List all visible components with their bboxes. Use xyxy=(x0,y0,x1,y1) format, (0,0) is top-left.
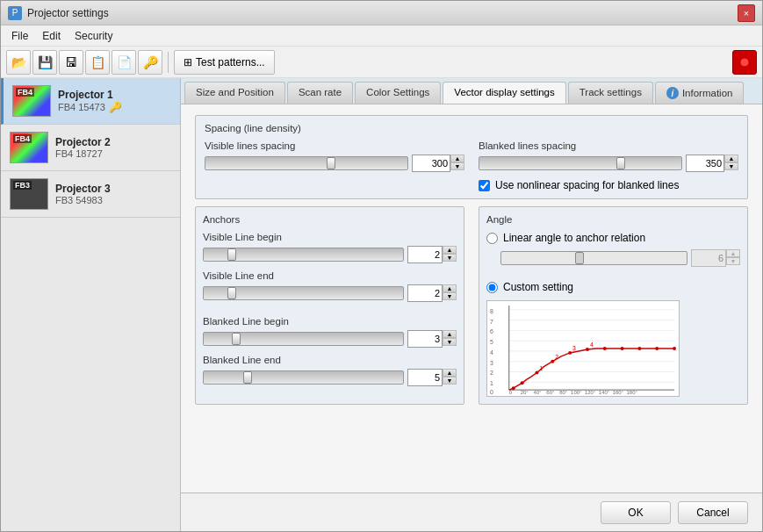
angle-title: Angle xyxy=(486,214,740,225)
custom-radio[interactable] xyxy=(486,282,498,293)
tab-vector[interactable]: Vector display settings xyxy=(443,82,565,104)
angle-chart-svg: 8 7 6 5 4 3 2 1 0 0 20° xyxy=(487,301,679,396)
linear-spinbtns: ▲ ▼ xyxy=(726,249,740,267)
visible-lines-track[interactable] xyxy=(205,156,408,170)
blanked-begin-spinbox: 3 ▲ ▼ xyxy=(407,330,457,348)
blanked-begin-slider-row: 3 ▲ ▼ xyxy=(203,330,457,348)
svg-point-38 xyxy=(621,347,624,350)
blanked-begin-input[interactable]: 3 xyxy=(407,330,443,348)
projector-item-2[interactable]: FB4 Projector 2 FB4 18727 xyxy=(1,125,180,171)
visible-end-input[interactable]: 2 xyxy=(407,284,443,302)
spacing-label: Spacing (line density) xyxy=(205,123,738,133)
visible-lines-thumb[interactable] xyxy=(327,157,335,169)
svg-text:6: 6 xyxy=(490,328,493,334)
visible-lines-input[interactable]: 300 xyxy=(412,155,450,172)
menu-security[interactable]: Security xyxy=(68,28,119,44)
blanked-lines-label: Blanked lines spacing xyxy=(479,140,738,151)
key-button[interactable]: 🔑 xyxy=(138,50,162,75)
visible-end-thumb[interactable] xyxy=(227,287,236,299)
blanked-end-track[interactable] xyxy=(203,370,404,385)
cancel-button[interactable]: Cancel xyxy=(678,501,748,524)
tab-size[interactable]: Size and Position xyxy=(184,82,285,104)
visible-lines-up[interactable]: ▲ xyxy=(450,155,464,162)
svg-point-36 xyxy=(586,348,589,351)
test-patterns-button[interactable]: ⊞ Test patterns... xyxy=(174,50,275,75)
visible-end-up[interactable]: ▲ xyxy=(443,284,457,292)
svg-text:120°: 120° xyxy=(585,390,595,395)
save-as-button[interactable]: 🖫 xyxy=(59,50,83,75)
blanked-end-up[interactable]: ▲ xyxy=(443,369,457,377)
blanked-end-down[interactable]: ▼ xyxy=(443,377,457,385)
content-area: FB4 Projector 1 FB4 15473 🔑 FB4 Projecto… xyxy=(1,78,762,531)
svg-point-0 xyxy=(740,58,749,67)
blanked-begin-thumb[interactable] xyxy=(232,333,241,345)
svg-text:7: 7 xyxy=(490,319,493,325)
linear-up: ▲ xyxy=(726,249,740,257)
info-icon: i xyxy=(666,87,679,99)
visible-lines-slider-row: 300 ▲ ▼ xyxy=(205,155,464,172)
svg-point-34 xyxy=(551,360,554,363)
visible-lines-col: Visible lines spacing 300 ▲ ▼ xyxy=(205,140,464,191)
ok-button[interactable]: OK xyxy=(601,501,671,524)
blanked-begin-up[interactable]: ▲ xyxy=(443,330,457,338)
copy-button[interactable]: 📋 xyxy=(85,50,110,75)
tab-scan[interactable]: Scan rate xyxy=(287,82,353,104)
visible-begin-thumb[interactable] xyxy=(227,248,236,261)
blanked-lines-slider-row: 350 ▲ ▼ xyxy=(479,155,738,172)
tab-color[interactable]: Color Settings xyxy=(355,82,441,104)
stop-button[interactable] xyxy=(732,50,757,75)
paste-button[interactable]: 📄 xyxy=(112,50,136,75)
menu-file[interactable]: File xyxy=(4,28,35,44)
main-window: P Projector settings × File Edit Securit… xyxy=(0,0,763,532)
svg-text:140°: 140° xyxy=(599,390,609,395)
svg-text:5: 5 xyxy=(490,339,493,345)
tab-track[interactable]: Track settings xyxy=(568,82,653,104)
visible-begin-spinbtns: ▲ ▼ xyxy=(443,246,457,263)
anchors-panel: Anchors Visible Line begin 2 ▲ xyxy=(195,206,464,405)
visible-end-track[interactable] xyxy=(203,286,404,300)
visible-begin-input[interactable]: 2 xyxy=(407,246,443,263)
spacing-cols: Visible lines spacing 300 ▲ ▼ xyxy=(205,140,738,191)
linear-thumb xyxy=(575,252,584,264)
svg-point-35 xyxy=(568,351,572,355)
blanked-lines-spinbox: 350 ▲ ▼ xyxy=(686,155,738,172)
menu-edit[interactable]: Edit xyxy=(35,28,68,44)
close-button[interactable]: × xyxy=(738,4,755,22)
svg-text:2: 2 xyxy=(490,370,493,376)
blanked-lines-down[interactable]: ▼ xyxy=(724,162,738,170)
linear-radio[interactable] xyxy=(486,233,498,244)
projector-item-1[interactable]: FB4 Projector 1 FB4 15473 🔑 xyxy=(1,78,180,125)
projector-thumb-1: FB4 xyxy=(12,85,51,117)
projector-item-3[interactable]: FB3 Projector 3 FB3 54983 xyxy=(1,171,180,218)
svg-point-39 xyxy=(637,347,641,350)
visible-begin-down[interactable]: ▼ xyxy=(443,254,457,262)
linear-value-row: 6 ▲ ▼ xyxy=(500,249,740,267)
bottom-bar: OK Cancel xyxy=(181,492,762,531)
blanked-lines-spinbtns: ▲ ▼ xyxy=(724,155,738,172)
blanked-begin-spinbtns: ▲ ▼ xyxy=(443,330,457,348)
blanked-end-thumb[interactable] xyxy=(243,371,252,384)
blanked-end-label: Blanked Line end xyxy=(203,355,457,365)
projector-3-name: Projector 3 xyxy=(55,183,171,195)
visible-lines-label: Visible lines spacing xyxy=(205,140,464,151)
visible-begin-up[interactable]: ▲ xyxy=(443,246,457,254)
tab-information[interactable]: i Information xyxy=(655,82,745,104)
blanked-lines-track[interactable] xyxy=(479,156,682,170)
visible-begin-track[interactable] xyxy=(203,248,404,262)
blanked-begin-track[interactable] xyxy=(203,332,404,346)
visible-end-down[interactable]: ▼ xyxy=(443,292,457,300)
blanked-lines-thumb[interactable] xyxy=(616,157,625,169)
save-button[interactable]: 💾 xyxy=(32,50,57,75)
tab-content: Spacing (line density) Visible lines spa… xyxy=(181,104,762,492)
blanked-begin-down[interactable]: ▼ xyxy=(443,338,457,346)
open-button[interactable]: 📂 xyxy=(6,50,31,75)
blanked-end-input[interactable]: 5 xyxy=(407,369,443,386)
linear-down: ▼ xyxy=(726,257,740,265)
blanked-lines-input[interactable]: 350 xyxy=(686,155,724,172)
svg-text:0: 0 xyxy=(490,389,493,395)
blanked-lines-up[interactable]: ▲ xyxy=(724,155,738,162)
nonlinear-checkbox[interactable] xyxy=(479,180,490,191)
menubar: File Edit Security xyxy=(1,25,762,47)
visible-lines-down[interactable]: ▼ xyxy=(450,162,464,170)
main-panel: Size and Position Scan rate Color Settin… xyxy=(181,78,762,531)
